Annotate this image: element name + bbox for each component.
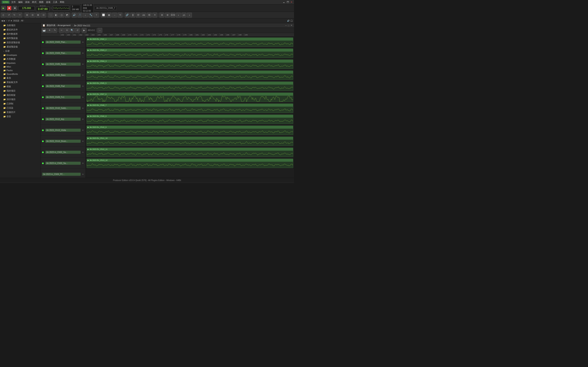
tool-10[interactable]: 🎵 [77,13,82,17]
track-add-26[interactable]: + [81,173,84,176]
sidebar-item-15[interactable]: 📁模板 [0,84,41,89]
pt-move[interactable]: ✛ [47,28,52,33]
clip-18[interactable]: ▶Jie 2023 Ex_Ch05_5 [86,82,293,91]
menu-view[interactable]: 视图 [39,1,43,4]
tool-9[interactable]: 🔊 [72,13,77,17]
clip-25[interactable]: ▶Jie 2023 Ex_Ch13_12 [86,159,293,168]
track-add-19[interactable]: + [81,96,84,99]
menu-tools[interactable]: 工具 [53,1,57,4]
clip-21[interactable]: ▶Jie 2023 Ex_Ch09_8 [86,115,293,124]
track-header-20[interactable]: Jie 2023_Ch10_Subb... + [41,103,86,114]
sidebar-item-10[interactable]: 📁Misc [0,65,41,68]
sidebar-item-3[interactable]: 📁插件预设值 [0,36,41,40]
nav-bookmark[interactable]: ★ [10,20,12,22]
tool-17[interactable]: ⟲ [118,13,122,17]
sidebar-item-4[interactable]: 📁混音器预设值 [0,40,41,45]
nav-refresh[interactable]: ↺ [8,20,9,22]
clip-19[interactable]: ▶Jie 2023 Ex_Ch07_6 [86,92,293,102]
pt-loop[interactable]: ↺ [75,28,80,33]
tool-7[interactable]: ◫ [59,13,64,17]
tool-15[interactable]: ▦ [107,13,112,17]
tool-20[interactable]: ⊞ [159,13,164,17]
tool-5[interactable]: ⬛ [48,13,53,17]
sidebar-item-5[interactable]: 📁通道预设值 [0,45,41,49]
pt-draw[interactable]: ✎ [52,28,57,33]
tool-23[interactable]: + [187,13,192,17]
clip-24[interactable]: ▶Jie 2023 Ex_Ch12_11 [86,148,293,157]
track-header-15[interactable]: Jie 2023_Ch04_Pian... + [41,48,86,59]
move-btn[interactable]: 移 [147,13,152,17]
playlist-close[interactable]: ✕ [291,24,292,27]
new-btn[interactable]: 🗋 [1,13,6,17]
sidebar-item-14[interactable]: 📁剪贴板文件 [0,80,41,84]
sidebar-item-20[interactable]: 📁已渲染 [0,106,41,110]
menu-style[interactable]: 样式 [32,1,36,4]
redo-btn[interactable]: ↻ [12,13,17,17]
menu-help[interactable]: 帮助 [60,1,64,4]
track-header-21[interactable]: Jie 2023_Ch12_Arp + [41,114,86,125]
bpm-display[interactable]: 175.000 [18,6,35,10]
nav-headphone[interactable]: 🎧 [290,20,293,22]
undo-btn[interactable]: ↺ [6,13,11,17]
tool-21[interactable]: ⊞ [165,13,170,17]
pt-arr[interactable]: → [97,28,102,33]
menu-file[interactable]: 文件 [11,1,16,4]
sidebar-item-11[interactable]: 📁Packs [0,68,41,72]
track-header-22[interactable]: Jie 2023_Ch13_Violia + [41,125,86,136]
track-header-14[interactable]: Jie 2023_Ch03_Pian... + [41,37,86,48]
track-add-14[interactable]: + [81,41,84,44]
sidebar-item-9[interactable]: 📁Impulses [0,61,41,65]
track-add-24[interactable]: + [81,151,84,154]
clip-16[interactable]: ▶Jie 2023 Ex_Ch04_3 [86,59,293,69]
nav-up[interactable]: ↑ [6,20,7,22]
add-btn[interactable]: 添加 [171,13,175,17]
tool-3[interactable]: ⊠ [35,13,40,17]
tool-6[interactable]: ◧ [54,13,59,17]
pt-piano[interactable]: 🎹 [42,28,47,33]
track-header-17[interactable]: Jie 2023_Ch06_Bass + [41,70,86,81]
track-header-18[interactable]: Jie 2023_Ch08_Pad + [41,81,86,92]
sidebar-item-6[interactable]: ♪乐谱 [0,49,41,53]
pt-tool2[interactable]: ⟲ [64,28,69,33]
track-add-23[interactable]: + [81,140,84,143]
nav-speaker[interactable]: 🔊 [287,20,290,22]
stop-btn[interactable]: ⏹ [13,6,17,10]
clip-20[interactable]: ▶Jie 2023 Ex_Ch08_7 [86,104,293,113]
tool-2[interactable]: ⊟ [30,13,35,17]
maximize-btn[interactable]: 🗖 [287,1,289,3]
sidebar-item-12[interactable]: 📁Soundfonts [0,72,41,76]
del-btn[interactable]: ✕ [152,13,157,17]
tool-13[interactable]: ? [94,13,99,17]
tool-4[interactable]: ⊡ [41,13,46,17]
zh-btn[interactable]: zh [182,13,186,17]
close-btn[interactable]: ✕ [291,1,292,3]
track-header-24[interactable]: Jie 2023 m_Ch02_Sa... + [41,147,86,158]
clip-14[interactable]: ▶Jie 2023 Ex_Ch02_1 [86,38,293,47]
clip-15[interactable]: ▶Jie 2023 Ex_Ch03_2 [86,49,293,58]
minimize-btn[interactable]: 🗕 [283,1,285,3]
track-add-22[interactable]: + [81,129,84,132]
pt-tool1[interactable]: ✂ [59,28,64,33]
tool-22[interactable]: + [176,13,181,17]
clip-17[interactable]: ▶Jie 2023 Ex_Ch05_4 [86,71,293,80]
clip-22[interactable]: ▶Jie 2023 Ex_Ch10_9 [86,125,293,135]
sidebar-item-2[interactable]: 📁插件数据库 [0,32,41,36]
tool-11[interactable]: ♪ [83,13,88,17]
tool-14[interactable]: ⬜ [101,13,106,17]
menu-options[interactable]: 选项 [46,1,51,4]
sidebar-item-19[interactable]: 📁已录制 [0,101,41,106]
att-btn[interactable]: Alt [141,13,146,17]
sidebar-item-18[interactable]: 📁演示项目 [0,97,41,101]
track-add-25[interactable]: + [81,162,84,165]
pt-play[interactable]: ▶ [82,28,86,33]
menu-add[interactable]: 添加 [25,1,30,4]
menu-edit[interactable]: 编辑 [18,1,23,4]
track-header-25[interactable]: Jie 2023 m_Ch03_Sa... + [41,158,86,169]
sidebar-item-21[interactable]: 📁音频切片 [0,110,41,114]
track-add-17[interactable]: + [81,74,84,77]
window-controls[interactable]: 🗕 🗖 ✕ [283,1,292,3]
track-add-18[interactable]: + [81,85,84,88]
tool-18[interactable]: 🔗 [125,13,130,17]
pt-zoom[interactable]: 🔍 [70,28,75,33]
track-add-20[interactable]: + [81,107,84,110]
